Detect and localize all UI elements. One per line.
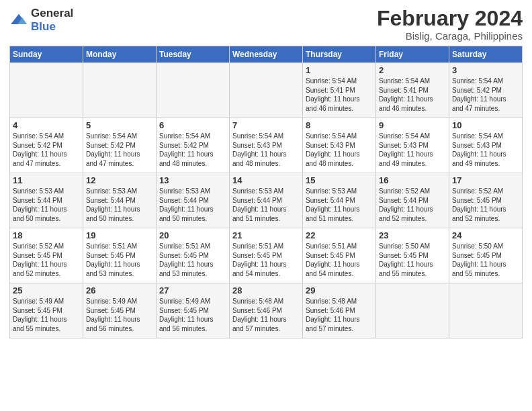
day-number: 21 [232, 230, 300, 240]
day-number: 1 [306, 65, 373, 75]
calendar-cell [10, 63, 83, 118]
day-info: Sunrise: 5:54 AM Sunset: 5:43 PM Dayligh… [306, 132, 373, 168]
header-thursday: Thursday [303, 46, 376, 63]
day-info: Sunrise: 5:52 AM Sunset: 5:45 PM Dayligh… [13, 242, 80, 278]
day-number: 27 [159, 285, 226, 295]
header-friday: Friday [376, 46, 449, 63]
logo-blue: Blue [31, 20, 56, 33]
header-wednesday: Wednesday [230, 46, 303, 63]
calendar-cell: 8Sunrise: 5:54 AM Sunset: 5:43 PM Daylig… [303, 118, 376, 173]
calendar-cell: 26Sunrise: 5:49 AM Sunset: 5:45 PM Dayli… [83, 283, 157, 338]
week-row-4: 18Sunrise: 5:52 AM Sunset: 5:45 PM Dayli… [10, 228, 523, 283]
calendar-cell: 10Sunrise: 5:54 AM Sunset: 5:43 PM Dayli… [449, 118, 523, 173]
day-info: Sunrise: 5:49 AM Sunset: 5:45 PM Dayligh… [159, 297, 226, 333]
logo: General Blue [9, 7, 73, 34]
day-number: 5 [86, 120, 153, 130]
day-info: Sunrise: 5:53 AM Sunset: 5:44 PM Dayligh… [159, 187, 226, 223]
calendar-cell: 24Sunrise: 5:50 AM Sunset: 5:45 PM Dayli… [449, 228, 523, 283]
calendar-cell [157, 63, 230, 118]
day-info: Sunrise: 5:50 AM Sunset: 5:45 PM Dayligh… [379, 242, 446, 278]
calendar-cell: 6Sunrise: 5:54 AM Sunset: 5:42 PM Daylig… [157, 118, 230, 173]
day-info: Sunrise: 5:51 AM Sunset: 5:45 PM Dayligh… [86, 242, 153, 278]
main-title: February 2024 [377, 7, 523, 30]
day-info: Sunrise: 5:51 AM Sunset: 5:45 PM Dayligh… [306, 242, 373, 278]
day-number: 3 [452, 65, 519, 75]
header-tuesday: Tuesday [157, 46, 230, 63]
day-number: 20 [159, 230, 226, 240]
day-number: 24 [452, 230, 519, 240]
day-info: Sunrise: 5:54 AM Sunset: 5:42 PM Dayligh… [86, 132, 153, 168]
day-number: 10 [452, 120, 519, 130]
day-info: Sunrise: 5:52 AM Sunset: 5:44 PM Dayligh… [379, 187, 446, 223]
calendar-cell: 3Sunrise: 5:54 AM Sunset: 5:42 PM Daylig… [449, 63, 523, 118]
calendar-cell: 15Sunrise: 5:53 AM Sunset: 5:44 PM Dayli… [303, 173, 376, 228]
calendar-cell: 2Sunrise: 5:54 AM Sunset: 5:41 PM Daylig… [376, 63, 449, 118]
day-number: 15 [306, 175, 373, 185]
week-row-1: 1Sunrise: 5:54 AM Sunset: 5:41 PM Daylig… [10, 63, 523, 118]
calendar-cell: 4Sunrise: 5:54 AM Sunset: 5:42 PM Daylig… [10, 118, 83, 173]
day-info: Sunrise: 5:54 AM Sunset: 5:43 PM Dayligh… [452, 132, 519, 168]
calendar-cell: 1Sunrise: 5:54 AM Sunset: 5:41 PM Daylig… [303, 63, 376, 118]
header-sunday: Sunday [10, 46, 83, 63]
day-info: Sunrise: 5:54 AM Sunset: 5:43 PM Dayligh… [232, 132, 300, 168]
calendar-cell: 22Sunrise: 5:51 AM Sunset: 5:45 PM Dayli… [303, 228, 376, 283]
subtitle: Bislig, Caraga, Philippines [377, 30, 523, 42]
day-info: Sunrise: 5:53 AM Sunset: 5:44 PM Dayligh… [232, 187, 300, 223]
day-number: 8 [306, 120, 373, 130]
day-number: 18 [13, 230, 80, 240]
calendar-cell: 25Sunrise: 5:49 AM Sunset: 5:45 PM Dayli… [10, 283, 83, 338]
day-number: 16 [379, 175, 446, 185]
calendar-cell: 12Sunrise: 5:53 AM Sunset: 5:44 PM Dayli… [83, 173, 157, 228]
calendar-table: SundayMondayTuesdayWednesdayThursdayFrid… [9, 46, 523, 338]
calendar-cell: 23Sunrise: 5:50 AM Sunset: 5:45 PM Dayli… [376, 228, 449, 283]
calendar-cell: 14Sunrise: 5:53 AM Sunset: 5:44 PM Dayli… [230, 173, 303, 228]
header-row: General Blue February 2024 Bislig, Carag… [9, 7, 523, 42]
day-info: Sunrise: 5:48 AM Sunset: 5:46 PM Dayligh… [306, 297, 373, 333]
title-block: February 2024 Bislig, Caraga, Philippine… [377, 7, 523, 42]
calendar-cell: 28Sunrise: 5:48 AM Sunset: 5:46 PM Dayli… [230, 283, 303, 338]
day-info: Sunrise: 5:54 AM Sunset: 5:43 PM Dayligh… [379, 132, 446, 168]
day-info: Sunrise: 5:48 AM Sunset: 5:46 PM Dayligh… [232, 297, 300, 333]
day-number: 19 [86, 230, 153, 240]
day-info: Sunrise: 5:54 AM Sunset: 5:42 PM Dayligh… [452, 77, 519, 113]
day-info: Sunrise: 5:54 AM Sunset: 5:42 PM Dayligh… [13, 132, 80, 168]
day-number: 25 [13, 285, 80, 295]
header-saturday: Saturday [449, 46, 523, 63]
calendar-cell [83, 63, 157, 118]
calendar-cell [449, 283, 523, 338]
day-number: 26 [86, 285, 153, 295]
day-number: 7 [232, 120, 300, 130]
calendar-cell: 27Sunrise: 5:49 AM Sunset: 5:45 PM Dayli… [157, 283, 230, 338]
calendar-cell: 16Sunrise: 5:52 AM Sunset: 5:44 PM Dayli… [376, 173, 449, 228]
day-number: 28 [232, 285, 300, 295]
day-number: 11 [13, 175, 80, 185]
calendar-cell: 21Sunrise: 5:51 AM Sunset: 5:45 PM Dayli… [230, 228, 303, 283]
header-monday: Monday [83, 46, 157, 63]
day-info: Sunrise: 5:51 AM Sunset: 5:45 PM Dayligh… [159, 242, 226, 278]
calendar-cell: 19Sunrise: 5:51 AM Sunset: 5:45 PM Dayli… [83, 228, 157, 283]
calendar-cell: 18Sunrise: 5:52 AM Sunset: 5:45 PM Dayli… [10, 228, 83, 283]
header-row-days: SundayMondayTuesdayWednesdayThursdayFrid… [10, 46, 523, 63]
day-number: 14 [232, 175, 300, 185]
calendar-cell: 13Sunrise: 5:53 AM Sunset: 5:44 PM Dayli… [157, 173, 230, 228]
day-number: 2 [379, 65, 446, 75]
day-info: Sunrise: 5:49 AM Sunset: 5:45 PM Dayligh… [86, 297, 153, 333]
week-row-3: 11Sunrise: 5:53 AM Sunset: 5:44 PM Dayli… [10, 173, 523, 228]
calendar-cell: 29Sunrise: 5:48 AM Sunset: 5:46 PM Dayli… [303, 283, 376, 338]
day-number: 6 [159, 120, 226, 130]
day-number: 29 [306, 285, 373, 295]
week-row-5: 25Sunrise: 5:49 AM Sunset: 5:45 PM Dayli… [10, 283, 523, 338]
day-info: Sunrise: 5:53 AM Sunset: 5:44 PM Dayligh… [306, 187, 373, 223]
day-number: 23 [379, 230, 446, 240]
day-number: 13 [159, 175, 226, 185]
logo-icon [9, 13, 28, 28]
calendar-cell: 7Sunrise: 5:54 AM Sunset: 5:43 PM Daylig… [230, 118, 303, 173]
day-number: 12 [86, 175, 153, 185]
day-number: 22 [306, 230, 373, 240]
page-container: General Blue February 2024 Bislig, Carag… [0, 0, 532, 345]
day-number: 17 [452, 175, 519, 185]
calendar-cell: 20Sunrise: 5:51 AM Sunset: 5:45 PM Dayli… [157, 228, 230, 283]
day-number: 4 [13, 120, 80, 130]
calendar-cell: 9Sunrise: 5:54 AM Sunset: 5:43 PM Daylig… [376, 118, 449, 173]
calendar-cell: 17Sunrise: 5:52 AM Sunset: 5:45 PM Dayli… [449, 173, 523, 228]
